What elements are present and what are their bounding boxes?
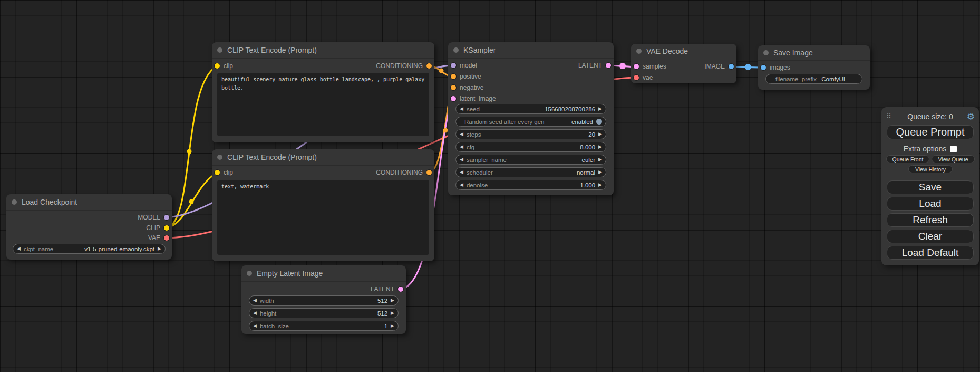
save-button[interactable]: Save [887,180,974,194]
model-port-icon[interactable] [451,63,456,68]
collapse-dot-icon[interactable] [217,47,222,53]
collapse-dot-icon[interactable] [453,47,459,53]
input-slot-model[interactable]: model [451,60,477,71]
queue-front-button[interactable]: Queue Front [886,155,929,163]
widget-seed[interactable]: ◀ seed 156680208700286 ▶ [455,104,606,114]
input-slot-clip[interactable]: clip [215,61,233,71]
latent-port-icon[interactable] [398,287,403,292]
toggle-dot-icon[interactable] [596,119,602,125]
output-slot-conditioning[interactable]: CONDITIONING [376,167,432,178]
next-arrow-icon[interactable]: ▶ [598,157,602,162]
graph-canvas[interactable]: Load Checkpoint MODEL CLIP VAE ◀ ckpt_na… [0,0,980,372]
vae-port-icon[interactable] [164,235,169,241]
prompt-textarea[interactable]: text, watermark [217,180,429,255]
output-slot-clip[interactable]: CLIP [146,223,169,233]
next-arrow-icon[interactable]: ▶ [598,170,602,175]
extra-options-checkbox[interactable] [950,146,957,152]
widget-cfg[interactable]: ◀ cfg 8.000 ▶ [455,142,606,152]
output-slot-image[interactable]: IMAGE [704,61,734,72]
clip-port-icon[interactable] [215,170,220,175]
input-slot-clip[interactable]: clip [215,167,233,178]
collapse-dot-icon[interactable] [247,271,252,276]
collapse-dot-icon[interactable] [217,155,222,160]
widget-sampler-name[interactable]: ◀ sampler_name euler ▶ [455,155,606,165]
node-title-bar[interactable]: Load Checkpoint [6,194,172,211]
conditioning-port-icon[interactable] [451,85,456,90]
image-port-icon[interactable] [761,65,766,70]
widget-random-seed-toggle[interactable]: Random seed after every gen enabled [455,117,606,127]
widget-filename-prefix[interactable]: filename_prefix ComfyUI [765,74,862,84]
next-arrow-icon[interactable]: ▶ [391,323,394,328]
input-slot-negative[interactable]: negative [451,82,483,93]
prev-arrow-icon[interactable]: ◀ [253,298,257,303]
latent-port-icon[interactable] [451,96,456,101]
view-history-button[interactable]: View History [908,165,953,173]
node-ksampler[interactable]: KSampler model positive negative latent_… [448,42,614,195]
prev-arrow-icon[interactable]: ◀ [460,157,463,162]
load-default-button[interactable]: Load Default [887,246,974,260]
output-slot-vae[interactable]: VAE [148,233,169,243]
settings-gear-icon[interactable]: ⚙ [967,111,975,122]
collapse-dot-icon[interactable] [636,49,642,54]
widget-batch-size[interactable]: ◀ batch_size 1 ▶ [249,321,399,331]
prev-arrow-icon[interactable]: ◀ [17,246,21,251]
node-title-bar[interactable]: Empty Latent Image [241,265,406,282]
prev-arrow-icon[interactable]: ◀ [253,311,257,316]
widget-height[interactable]: ◀ height 512 ▶ [249,308,399,318]
input-slot-images[interactable]: images [761,62,790,73]
node-title-bar[interactable]: KSampler [448,42,614,59]
next-arrow-icon[interactable]: ▶ [598,107,602,111]
node-title-bar[interactable]: VAE Decode [631,44,736,59]
node-clip-text-encode-negative[interactable]: CLIP Text Encode (Prompt) clip CONDITION… [212,149,434,261]
load-button[interactable]: Load [887,197,974,211]
output-slot-model[interactable]: MODEL [138,212,169,223]
drag-handle-icon[interactable]: ⠿ [886,112,891,120]
input-slot-latent-image[interactable]: latent_image [451,93,496,104]
widget-ckpt-name[interactable]: ◀ ckpt_name v1-5-pruned-emaonly.ckpt ▶ [13,244,166,254]
collapse-dot-icon[interactable] [763,50,769,55]
prev-arrow-icon[interactable]: ◀ [460,183,463,187]
clear-button[interactable]: Clear [887,230,974,243]
widget-scheduler[interactable]: ◀ scheduler normal ▶ [455,167,606,177]
node-clip-text-encode-positive[interactable]: CLIP Text Encode (Prompt) clip CONDITION… [212,42,434,142]
view-queue-button[interactable]: View Queue [932,155,975,163]
node-empty-latent-image[interactable]: Empty Latent Image LATENT ◀ width 512 ▶ … [241,265,406,334]
prev-arrow-icon[interactable]: ◀ [460,132,463,137]
collapse-dot-icon[interactable] [12,199,17,205]
conditioning-port-icon[interactable] [426,170,432,175]
node-load-checkpoint[interactable]: Load Checkpoint MODEL CLIP VAE ◀ ckpt_na… [6,194,172,260]
clip-port-icon[interactable] [215,63,220,69]
next-arrow-icon[interactable]: ▶ [391,298,394,303]
conditioning-port-icon[interactable] [426,63,432,69]
input-slot-positive[interactable]: positive [451,71,481,82]
prev-arrow-icon[interactable]: ◀ [460,107,463,111]
refresh-button[interactable]: Refresh [887,213,974,227]
widget-steps[interactable]: ◀ steps 20 ▶ [455,129,606,139]
conditioning-port-icon[interactable] [451,74,456,79]
model-port-icon[interactable] [164,215,169,220]
image-port-icon[interactable] [729,64,734,69]
output-slot-conditioning[interactable]: CONDITIONING [376,61,432,71]
prompt-textarea[interactable]: beautiful scenery nature glass bottle la… [217,73,429,136]
prev-arrow-icon[interactable]: ◀ [253,323,257,328]
latent-port-icon[interactable] [634,64,639,69]
node-title-bar[interactable]: CLIP Text Encode (Prompt) [212,149,434,166]
input-slot-samples[interactable]: samples [634,61,666,72]
prev-arrow-icon[interactable]: ◀ [460,145,463,149]
clip-port-icon[interactable] [164,225,169,231]
node-save-image[interactable]: Save Image images filename_prefix ComfyU… [758,45,870,90]
widget-width[interactable]: ◀ width 512 ▶ [249,295,399,306]
node-title-bar[interactable]: CLIP Text Encode (Prompt) [212,42,434,59]
vae-port-icon[interactable] [634,75,639,80]
node-vae-decode[interactable]: VAE Decode samples IMAGE vae [631,44,736,83]
next-arrow-icon[interactable]: ▶ [598,145,602,149]
next-arrow-icon[interactable]: ▶ [158,246,161,251]
latent-port-icon[interactable] [606,63,611,68]
next-arrow-icon[interactable]: ▶ [391,311,394,316]
widget-denoise[interactable]: ◀ denoise 1.000 ▶ [455,180,606,190]
next-arrow-icon[interactable]: ▶ [598,132,602,137]
input-slot-vae[interactable]: vae [634,72,653,83]
prev-arrow-icon[interactable]: ◀ [460,170,463,175]
comfy-menu-panel[interactable]: ⠿ Queue size: 0 ⚙ Queue Prompt Extra opt… [881,107,979,265]
queue-prompt-button[interactable]: Queue Prompt [887,125,974,139]
